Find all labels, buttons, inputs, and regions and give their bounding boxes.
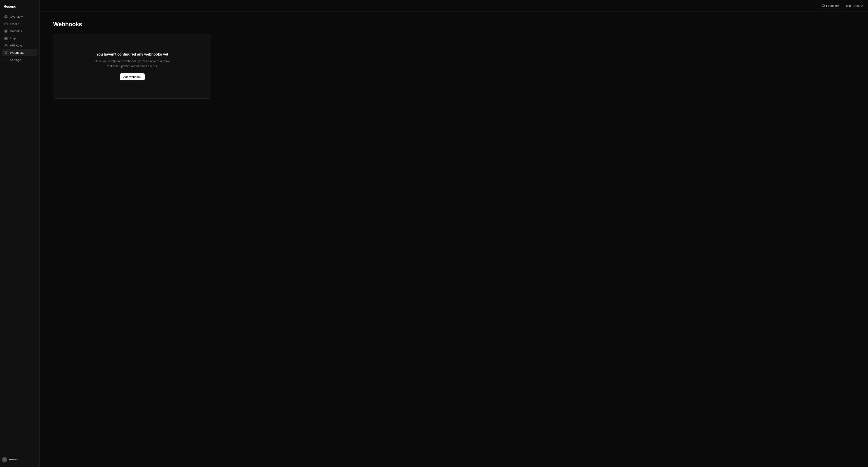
svg-rect-6: [4, 45, 7, 47]
avatar: H: [2, 457, 7, 463]
sidebar-item-overview-label: Overview: [10, 15, 23, 18]
sidebar-item-logs-label: Logs: [10, 37, 17, 40]
sidebar-item-api-keys-label: API Keys: [10, 44, 23, 47]
empty-state-description: Once you configure a webhook, you'll be …: [94, 59, 170, 68]
globe-icon: [4, 29, 8, 33]
sidebar-item-domains-label: Domains: [10, 29, 22, 33]
sidebar: Resend Overview Emails Domains: [0, 0, 39, 467]
mail-icon: [4, 22, 8, 26]
lock-icon: [4, 43, 8, 47]
svg-rect-4: [4, 38, 7, 39]
empty-state-card: You haven't configured any webhooks yet …: [53, 34, 211, 99]
feedback-icon: [822, 4, 825, 7]
add-webhook-button[interactable]: Add webhook: [120, 73, 145, 80]
sidebar-item-logs[interactable]: Logs: [2, 35, 37, 41]
sidebar-item-emails-label: Emails: [10, 22, 19, 26]
empty-state-title: You haven't configured any webhooks yet: [96, 53, 168, 57]
sidebar-item-api-keys[interactable]: API Keys: [2, 42, 37, 49]
sidebar-item-overview[interactable]: Overview: [2, 13, 37, 20]
user-name: ••••••••••: [9, 458, 33, 461]
content-area: Webhooks You haven't configured any webh…: [39, 12, 868, 467]
svg-rect-5: [4, 39, 7, 39]
help-link[interactable]: Help: [845, 4, 851, 7]
main-area: Feedback Help Docs ↗ Webhooks You haven'…: [39, 0, 868, 467]
topbar: Feedback Help Docs ↗: [39, 0, 868, 12]
svg-rect-0: [4, 23, 7, 25]
sidebar-item-emails[interactable]: Emails: [2, 20, 37, 27]
sidebar-item-settings[interactable]: Settings: [2, 57, 37, 63]
page-title: Webhooks: [53, 21, 855, 28]
docs-label: Docs ↗: [854, 4, 864, 7]
sidebar-item-domains[interactable]: Domains: [2, 28, 37, 34]
svg-rect-3: [4, 37, 7, 37]
feedback-label: Feedback: [826, 4, 839, 7]
logs-icon: [4, 36, 8, 40]
nav-items: Overview Emails Domains Logs: [0, 13, 39, 455]
docs-link[interactable]: Docs ↗: [854, 4, 864, 7]
home-icon: [4, 15, 8, 18]
sidebar-item-webhooks[interactable]: Webhooks: [2, 49, 37, 56]
sidebar-item-settings-label: Settings: [10, 58, 21, 62]
help-label: Help: [845, 4, 851, 7]
webhook-icon: [4, 51, 8, 55]
settings-icon: [4, 58, 8, 62]
user-more-button[interactable]: ...: [35, 458, 37, 462]
sidebar-item-webhooks-label: Webhooks: [10, 51, 24, 55]
app-logo: Resend: [0, 3, 39, 13]
feedback-button[interactable]: Feedback: [819, 3, 842, 9]
sidebar-user-area[interactable]: H •••••••••• ...: [0, 455, 39, 464]
svg-point-7: [5, 59, 6, 60]
